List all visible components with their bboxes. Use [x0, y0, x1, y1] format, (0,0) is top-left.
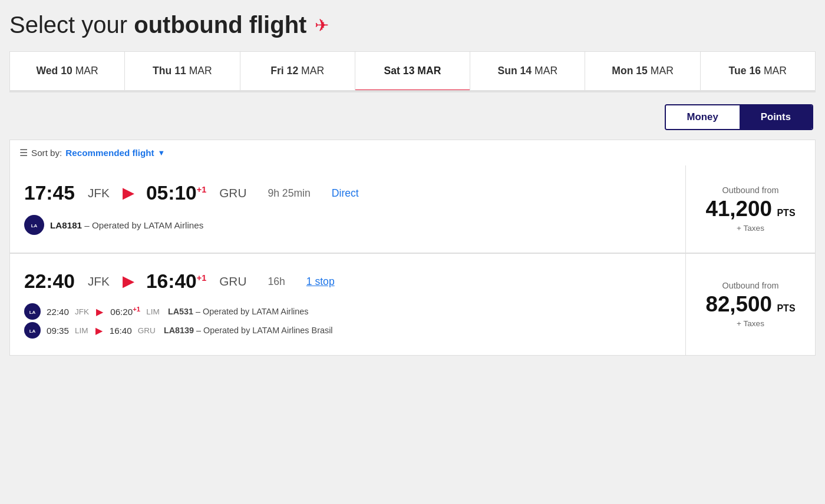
flight-duration: 9h 25min — [268, 187, 310, 200]
page-title-row: Select your outbound flight ✈ — [9, 12, 816, 38]
leg-arrow-icon-0: ▶ — [96, 306, 103, 317]
money-points-toggle: Money Points — [665, 104, 813, 130]
depart-airport: JFK — [88, 274, 110, 289]
leg-info-0: LA531 – Operated by LATAM Airlines — [168, 307, 309, 316]
flights-list: 17:45 JFK ▶ 05:10+1 GRU 9h 25min Direct … — [9, 165, 816, 356]
leg-row-0: LA 22:40 JFK ▶ 06:20+1 LIM LA531 – Opera… — [24, 303, 671, 320]
pricing-amount-row: 82,500 PTS — [705, 293, 795, 316]
date-tab-sun14[interactable]: Sun 14 MAR — [470, 52, 585, 90]
depart-time: 17:45 — [24, 182, 75, 204]
leg-depart-airport-0: JFK — [75, 307, 89, 316]
date-tab-sat13[interactable]: Sat 13 MAR — [355, 52, 470, 90]
pricing-unit: PTS — [777, 303, 795, 313]
date-tab-mon15[interactable]: Mon 15 MAR — [585, 52, 700, 90]
svg-text:LA: LA — [29, 310, 36, 315]
leg-info-1: LA8139 – Operated by LATAM Airlines Bras… — [164, 326, 333, 335]
plane-icon: ✈ — [315, 15, 329, 35]
flight-main-flight-2: 22:40 JFK ▶ 16:40+1 GRU 16h 1 stop LA 22… — [10, 254, 685, 355]
pricing-taxes: + Taxes — [737, 319, 764, 328]
flight-arrow-icon: ▶ — [123, 273, 133, 290]
airline-name: LA8181 – Operated by LATAM Airlines — [50, 220, 203, 230]
flight-card-flight-1[interactable]: 17:45 JFK ▶ 05:10+1 GRU 9h 25min Direct … — [9, 165, 816, 253]
sort-icon: ☰ — [19, 147, 28, 158]
flight-arrow-icon: ▶ — [123, 185, 133, 201]
date-tabs: Wed 10 MARThu 11 MARFri 12 MARSat 13 MAR… — [9, 51, 816, 90]
airline-logo: LA — [24, 215, 44, 235]
depart-airport: JFK — [88, 186, 110, 200]
pricing-unit: PTS — [777, 208, 795, 218]
sort-chevron-icon: ▼ — [158, 148, 166, 157]
pricing-taxes: + Taxes — [737, 224, 764, 233]
day-plus-badge: +1 — [197, 185, 206, 194]
flight-main-flight-1: 17:45 JFK ▶ 05:10+1 GRU 9h 25min Direct … — [10, 165, 685, 253]
date-tab-fri12[interactable]: Fri 12 MAR — [240, 52, 355, 90]
leg-arrive-time-0: 06:20+1 — [110, 306, 140, 317]
arrive-airport: GRU — [219, 274, 246, 289]
leg-airline-logo-1: LA — [24, 322, 41, 339]
leg-airline-logo-0: LA — [24, 303, 41, 320]
pricing-amount: 82,500 — [705, 292, 772, 316]
flight-times-row: 17:45 JFK ▶ 05:10+1 GRU 9h 25min Direct — [24, 182, 671, 204]
sort-dropdown[interactable]: Recommended flight — [65, 148, 154, 158]
controls-row: Money Points — [9, 104, 816, 130]
flight-stops: Direct — [332, 187, 359, 200]
depart-time: 22:40 — [24, 270, 75, 293]
page-title: Select your outbound flight — [9, 12, 306, 38]
money-toggle-button[interactable]: Money — [666, 105, 740, 129]
svg-text:LA: LA — [31, 223, 38, 228]
pricing-amount: 41,200 — [705, 197, 772, 221]
flight-pricing-flight-2[interactable]: Outbound from 82,500 PTS + Taxes — [685, 254, 815, 355]
date-tab-thu11[interactable]: Thu 11 MAR — [125, 52, 240, 90]
flight-card-flight-2[interactable]: 22:40 JFK ▶ 16:40+1 GRU 16h 1 stop LA 22… — [9, 253, 816, 356]
pricing-from-label: Outbound from — [722, 185, 779, 195]
flight-pricing-flight-1[interactable]: Outbound from 41,200 PTS + Taxes — [685, 165, 815, 253]
leg-arrive-time-1: 16:40 — [110, 324, 132, 336]
points-toggle-button[interactable]: Points — [740, 105, 812, 129]
pricing-amount-row: 41,200 PTS — [705, 197, 795, 221]
flight-times-row: 22:40 JFK ▶ 16:40+1 GRU 16h 1 stop — [24, 270, 671, 293]
leg-depart-airport-1: LIM — [75, 326, 88, 335]
leg-arrow-icon-1: ▶ — [95, 325, 103, 336]
sort-row: ☰ Sort by: Recommended flight ▼ — [9, 140, 816, 165]
leg-arrive-airport-1: GRU — [138, 326, 156, 335]
flight-stops[interactable]: 1 stop — [306, 276, 335, 288]
leg-depart-time-1: 09:35 — [47, 326, 69, 336]
flight-duration: 16h — [268, 276, 285, 288]
date-tab-tue16[interactable]: Tue 16 MAR — [701, 52, 815, 90]
leg-row-1: LA 09:35 LIM ▶ 16:40 GRU LA8139 – Operat… — [24, 322, 671, 339]
sort-label: Sort by: — [31, 148, 62, 158]
arrive-airport: GRU — [219, 186, 246, 200]
airline-row: LA LA8181 – Operated by LATAM Airlines — [24, 215, 671, 235]
date-tab-wed10[interactable]: Wed 10 MAR — [10, 52, 125, 90]
arrive-time: 16:40+1 — [146, 270, 206, 293]
tab-underline — [9, 90, 816, 92]
pricing-from-label: Outbound from — [722, 281, 779, 290]
svg-text:LA: LA — [29, 329, 36, 334]
day-plus-badge: +1 — [197, 273, 206, 283]
leg-depart-time-0: 22:40 — [47, 307, 69, 317]
arrive-time: 05:10+1 — [146, 182, 206, 204]
leg-arrive-airport-0: LIM — [146, 307, 160, 316]
